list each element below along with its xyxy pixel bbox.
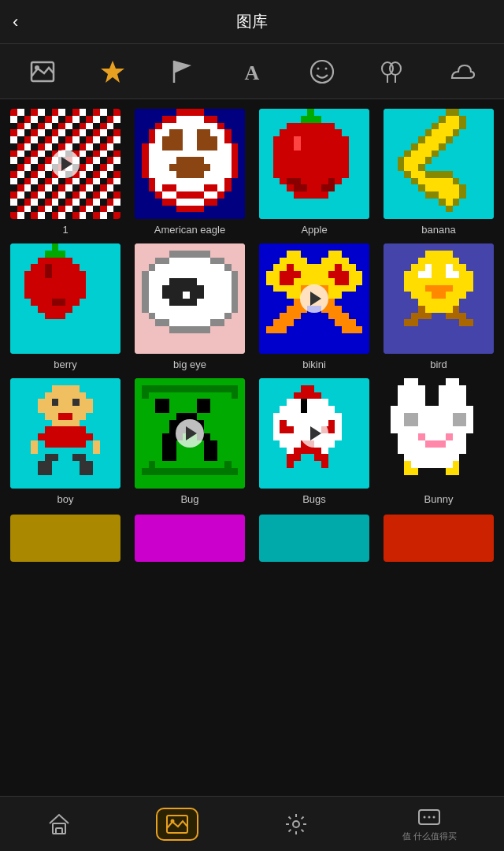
bottom-nav: 值 什么值得买 [0, 796, 504, 851]
grid-label-bug: Bug [180, 493, 198, 505]
grid-item-bugs[interactable]: Bugs [255, 378, 373, 505]
grid-item-bikini[interactable]: bikini [255, 243, 373, 370]
tab-flag[interactable] [161, 51, 202, 92]
tab-text[interactable]: A [232, 51, 272, 92]
grid-label-boy: boy [57, 493, 74, 505]
svg-point-11 [390, 62, 401, 75]
tab-balloon[interactable] [371, 51, 412, 92]
svg-point-17 [171, 819, 175, 823]
partial-item-1[interactable] [6, 515, 124, 562]
grid-item-apple[interactable]: Apple [255, 109, 373, 236]
bottom-nav-gallery[interactable] [156, 808, 198, 841]
play-button-bugs[interactable] [300, 419, 328, 448]
grid-label-big-eye: big eye [173, 359, 206, 370]
partial-item-3[interactable] [255, 515, 373, 562]
grid-item-bird[interactable]: bird [380, 243, 498, 370]
grid-label-bugs: Bugs [302, 493, 326, 505]
svg-rect-15 [56, 828, 62, 834]
bottom-nav-home[interactable] [38, 808, 80, 841]
grid-label-apple: Apple [301, 224, 327, 236]
grid-item-american-eagle[interactable]: American eagle [131, 109, 249, 236]
back-button[interactable]: ‹ [13, 12, 18, 32]
grid-container: 1 American eagle Apple banana berry big … [0, 99, 504, 515]
bottom-nav-settings[interactable] [275, 808, 317, 841]
svg-point-22 [433, 816, 435, 819]
play-button-bug[interactable] [176, 419, 204, 448]
bottom-nav-more[interactable]: 值 什么值得买 [393, 801, 466, 847]
grid-item-berry[interactable]: berry [6, 243, 124, 370]
grid-item-bug[interactable]: Bug [131, 378, 249, 505]
tab-all[interactable] [22, 51, 63, 92]
grid-item-banana[interactable]: banana [380, 109, 498, 236]
grid-label-american-eagle: American eagle [154, 224, 225, 236]
svg-point-7 [311, 61, 333, 83]
grid-item-1[interactable]: 1 [6, 109, 124, 236]
svg-point-8 [317, 67, 319, 69]
grid-label-bikini: bikini [302, 359, 326, 370]
svg-point-1 [35, 65, 39, 70]
svg-marker-2 [101, 61, 124, 83]
play-button-1[interactable] [51, 150, 80, 178]
partial-item-2[interactable] [131, 515, 249, 562]
partial-row [0, 515, 504, 625]
grid-label-bunny: Bunny [424, 493, 454, 505]
tab-cloud[interactable] [441, 51, 482, 92]
grid-label-banana: banana [421, 224, 455, 236]
grid-label-bird: bird [430, 359, 447, 370]
svg-point-21 [428, 816, 431, 819]
partial-item-4[interactable] [380, 515, 498, 562]
svg-point-20 [424, 816, 426, 819]
svg-point-9 [324, 67, 327, 69]
svg-marker-4 [174, 61, 191, 73]
svg-point-18 [293, 821, 299, 827]
svg-text:A: A [245, 61, 260, 84]
bottom-nav-more-label: 值 什么值得买 [402, 831, 457, 842]
play-button-bikini[interactable] [300, 284, 328, 313]
grid-item-big-eye[interactable]: big eye [131, 243, 249, 370]
grid-label-berry: berry [54, 359, 77, 370]
grid-item-boy[interactable]: boy [6, 378, 124, 505]
grid-item-bunny[interactable]: Bunny [380, 378, 498, 505]
tab-favorites[interactable] [92, 51, 133, 92]
header: ‹ 图库 [0, 0, 504, 44]
tab-bar: A [0, 44, 504, 99]
grid-label-1: 1 [62, 224, 68, 236]
tab-emoji[interactable] [302, 51, 343, 92]
page-title: 图库 [236, 11, 268, 32]
